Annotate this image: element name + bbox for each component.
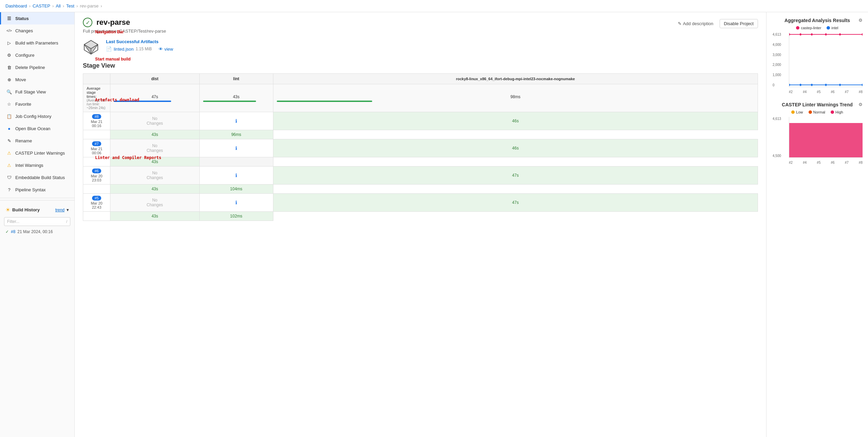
sidebar-item-job-config[interactable]: 📋 Job Config History (0, 110, 74, 122)
build-label-8: #8 (92, 114, 101, 119)
play-icon: ▷ (6, 40, 12, 46)
linter-chart-section: CASTEP Linter Warnings Trend ⚙ Low Norma… (772, 102, 863, 164)
sidebar-label-intel-warnings: Intel Warnings (15, 163, 43, 168)
breadcrumb-castep[interactable]: CASTEP (33, 3, 50, 8)
sidebar-label-changes: Changes (15, 28, 33, 33)
build-list-item[interactable]: ✓ #8 21 Mar 2024, 00:16 (0, 227, 74, 236)
stage-view-title: Stage View (83, 62, 758, 69)
sidebar-label-blue-ocean: Open Blue Ocean (15, 126, 50, 131)
breadcrumb-test[interactable]: Test (66, 3, 74, 8)
sidebar-item-build-params[interactable]: ▷ Build with Parameters (0, 37, 74, 49)
sidebar-label-job-config: Job Config History (15, 114, 51, 119)
artifact-size: 1.15 MiB (136, 47, 152, 51)
sidebar-item-move[interactable]: ⊕ Move (0, 73, 74, 86)
eye-icon: 👁 (159, 47, 163, 52)
build-history-header[interactable]: ☀ Build History trend ▾ (0, 204, 74, 216)
filter-placeholder: Filter... (7, 219, 19, 224)
artifact-link[interactable]: linted.json (114, 47, 134, 52)
avg-rocky: 98ms (273, 84, 758, 112)
breadcrumb-dashboard[interactable]: Dashboard (5, 3, 27, 8)
sidebar-label-rename: Rename (15, 138, 32, 143)
sidebar-item-changes[interactable]: </> Changes (0, 24, 74, 37)
project-title: rev-parse (96, 18, 130, 27)
aggregated-chart-settings[interactable]: ⚙ (858, 18, 863, 23)
filter-box: Filter... / (0, 216, 74, 227)
legend-dot-low (791, 110, 795, 114)
sidebar-item-configure[interactable]: ⚙ Configure (0, 49, 74, 61)
sidebar-divider (0, 198, 74, 198)
sidebar-item-pipeline-syntax[interactable]: ? Pipeline Syntax (0, 183, 74, 196)
sidebar-bottom: ☀ Build History trend ▾ Filter... / ✓ #8… (0, 200, 74, 240)
sidebar-item-favorite[interactable]: ☆ Favorite (0, 98, 74, 110)
linter-chart-legend: Low Normal High (772, 110, 863, 114)
legend-normal: Normal (809, 110, 825, 114)
filter-shortcut: / (66, 220, 67, 224)
breadcrumb-all[interactable]: All (56, 3, 60, 8)
status-icon: ☰ (6, 16, 12, 21)
artifact-item: 📄 linted.json 1.15 MiB (106, 46, 152, 52)
sidebar-item-full-stage[interactable]: 🔍 Full Stage View (0, 86, 74, 98)
svg-point-11 (800, 84, 801, 86)
filter-input[interactable]: Filter... / (4, 217, 70, 226)
stage-dist-6: 47s (273, 167, 758, 185)
build-row-5b: 43s 102ms (83, 212, 758, 221)
sidebar-item-blue-ocean[interactable]: ● Open Blue Ocean (0, 122, 74, 135)
stage-lint-6: 43s (110, 185, 200, 194)
sidebar: ☰ Status </> Changes ▷ Build with Parame… (0, 12, 75, 437)
no-changes-7: NoChanges (110, 139, 200, 157)
linter-chart-settings[interactable]: ⚙ (858, 102, 863, 107)
disable-project-button[interactable]: Disable Project (720, 19, 758, 28)
artifacts-row: 📄 linted.json 1.15 MiB 👁 view (106, 46, 173, 52)
pencil-icon: ✎ (6, 138, 12, 143)
sidebar-label-embeddable: Embeddable Build Status (15, 175, 65, 180)
avg-lint: 43s (199, 84, 273, 112)
sidebar-item-embeddable[interactable]: 🛡 Embeddable Build Status (0, 171, 74, 183)
build-row-7b: 43s (83, 157, 758, 167)
sidebar-label-move: Move (15, 77, 26, 82)
question-icon: ? (6, 187, 12, 192)
stage-rocky-8: 96ms (199, 130, 273, 139)
aggregated-chart-section: Aggregated Analysis Results ⚙ castep-lin… (772, 18, 863, 94)
y-axis-labels: 4,613 4,000 3,000 2,000 1,000 0 (773, 33, 781, 87)
warning-icon: ⚠ (6, 150, 12, 156)
view-link[interactable]: 👁 view (159, 47, 173, 52)
trend-link[interactable]: trend (55, 208, 65, 212)
sidebar-item-delete[interactable]: 🗑 Delete Pipeline (0, 61, 74, 73)
build-number: #8 (11, 229, 15, 234)
svg-point-14 (839, 84, 841, 86)
sidebar-item-castep-linter[interactable]: ⚠ CASTEP Linter Warnings (0, 147, 74, 159)
linter-y-axis: 4,613 4,500 (773, 117, 781, 158)
build-row-5: #5 Mar 2022:43 NoChanges ℹ 47s (83, 194, 758, 212)
build-row-8: #8 Mar 2100:16 NoChanges ℹ 46s (83, 112, 758, 130)
annotation-build: Start manual build (95, 56, 131, 62)
stage-dist-8: 46s (273, 112, 758, 130)
avg-dist: 47s (110, 84, 200, 112)
info-icon-6: ℹ (199, 167, 273, 185)
avg-label: Average stage times: (Average full run t… (83, 84, 110, 112)
build-row-8b: 43s 96ms (83, 130, 758, 139)
legend-dot-high (831, 110, 834, 114)
project-subtitle: Full project name: CASTEP/Test/rev-parse (83, 29, 166, 34)
artifacts-title[interactable]: Last Successful Artifacts (106, 39, 173, 44)
sidebar-item-intel-warnings[interactable]: ⚠ Intel Warnings (0, 159, 74, 171)
legend-low: Low (791, 110, 803, 114)
sidebar-label-delete: Delete Pipeline (15, 65, 45, 70)
sidebar-item-status[interactable]: ☰ Status (0, 12, 74, 24)
legend-dot-castep (796, 26, 799, 30)
x-axis-labels: #2 #4 #5 #6 #7 #8 (789, 90, 863, 94)
no-changes-6: NoChanges (110, 167, 200, 185)
stage-rocky-7 (199, 157, 273, 167)
svg-point-7 (825, 33, 827, 35)
legend-dot-normal (809, 110, 812, 114)
stage-view-section: Stage View dist lint rocky8-linux_x86_64… (83, 62, 758, 221)
col-header-lint: lint (199, 74, 273, 84)
sidebar-item-rename[interactable]: ✎ Rename (0, 135, 74, 147)
search-icon: 🔍 (6, 89, 12, 94)
build-status-icon: ✓ (5, 229, 9, 234)
build-info-5: #5 Mar 2022:43 (83, 194, 110, 212)
no-changes-8-1: NoChanges (110, 112, 200, 130)
add-description-button[interactable]: ✎ Add description (675, 20, 716, 28)
circle-icon: ● (6, 126, 12, 131)
file-icon: 📄 (106, 46, 112, 52)
sun-icon: ☀ (5, 207, 10, 213)
